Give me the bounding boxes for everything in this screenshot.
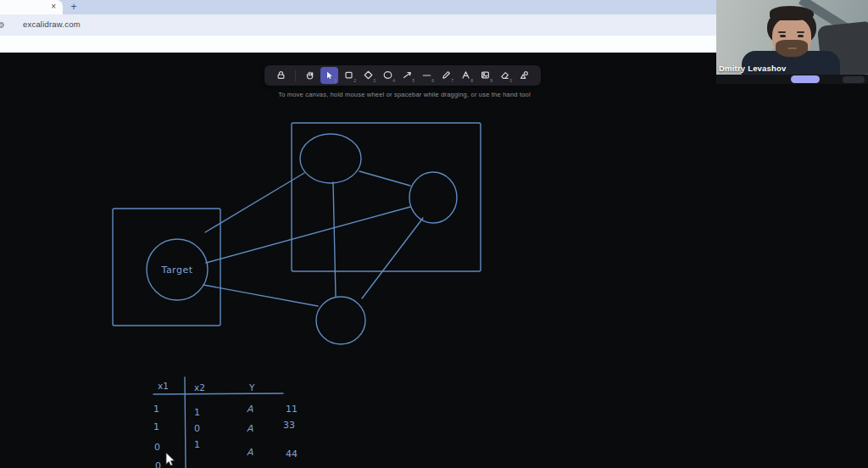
lock-tool-button[interactable] xyxy=(272,67,290,84)
person-eyebrow-left xyxy=(778,31,786,33)
draw-tool-button[interactable]: 7 xyxy=(437,67,455,84)
more-tools-button[interactable] xyxy=(515,67,533,84)
shortcut-label: 8 xyxy=(470,78,473,83)
lock-icon xyxy=(276,68,286,83)
shortcut-label: 0 xyxy=(509,78,512,83)
webcam-overlay: Dmitry Levashov xyxy=(716,0,868,75)
meeting-secondary-button[interactable] xyxy=(843,76,865,83)
eraser-icon xyxy=(500,68,509,83)
site-settings-icon[interactable]: ⚙ xyxy=(0,20,5,30)
tab-close-icon[interactable]: × xyxy=(51,2,56,12)
arrow-tool-button[interactable]: 5 xyxy=(398,67,416,84)
table-cell[interactable]: 1 xyxy=(194,439,200,450)
ellipse-icon xyxy=(383,68,392,83)
person-eye-left xyxy=(780,35,786,37)
table-cell[interactable]: 1 xyxy=(153,421,159,432)
table-cell[interactable]: A xyxy=(247,423,253,434)
text-tool-button[interactable]: 8 xyxy=(457,67,475,84)
shortcut-label: 1 xyxy=(334,78,337,83)
hand-tool-button[interactable] xyxy=(301,67,319,84)
toolbar-divider xyxy=(295,70,296,81)
shortcut-label: 5 xyxy=(412,78,415,83)
table-cell[interactable]: 0 xyxy=(194,423,200,434)
diamond-tool-button[interactable]: 3 xyxy=(359,67,377,84)
table-cell[interactable]: 44 xyxy=(286,448,298,460)
line-icon xyxy=(422,68,431,83)
table-cell[interactable]: A xyxy=(247,404,253,415)
new-tab-button[interactable]: + xyxy=(67,1,81,14)
excalidraw-canvas[interactable] xyxy=(0,53,868,468)
image-tool-button[interactable]: 9 xyxy=(476,67,494,84)
arrow-icon xyxy=(403,68,412,83)
eraser-tool-button[interactable]: 0 xyxy=(496,67,514,84)
table-cell[interactable]: A xyxy=(247,447,253,458)
table-cell[interactable]: 0 xyxy=(154,442,160,453)
person-mouth xyxy=(787,47,797,49)
table-header-x2[interactable]: x2 xyxy=(194,382,205,393)
person-eyebrow-right xyxy=(797,31,804,33)
shortcut-label: 6 xyxy=(431,78,434,83)
text-icon xyxy=(461,68,470,83)
table-cell[interactable]: 1 xyxy=(194,407,200,418)
meeting-accent-button[interactable] xyxy=(791,75,820,83)
diamond-icon xyxy=(364,68,373,83)
hand-icon xyxy=(305,68,314,83)
address-bar-url[interactable]: excalidraw.com xyxy=(23,20,81,29)
table-cell[interactable]: 11 xyxy=(286,404,298,415)
pencil-icon xyxy=(442,68,451,83)
target-node-label[interactable]: Target xyxy=(156,265,198,276)
rectangle-tool-button[interactable]: 2 xyxy=(340,67,358,84)
browser-tab[interactable]: × xyxy=(0,0,63,14)
selection-tool-button[interactable]: 1 xyxy=(320,67,338,84)
ellipse-tool-button[interactable]: 4 xyxy=(379,67,397,84)
table-cell[interactable]: 33 xyxy=(283,420,295,431)
shortcut-label: 4 xyxy=(392,78,395,83)
person-eye-right xyxy=(798,35,804,37)
cursor-icon xyxy=(325,68,334,83)
line-tool-button[interactable]: 6 xyxy=(418,67,436,84)
person-fringe xyxy=(770,6,814,20)
webcam-name-label: Dmitry Levashov xyxy=(719,64,787,73)
canvas-hint-text: To move canvas, hold mouse wheel or spac… xyxy=(264,91,544,98)
meeting-control-bar xyxy=(716,75,868,84)
shortcut-label: 3 xyxy=(373,78,376,83)
shortcut-label: 7 xyxy=(451,78,453,83)
mouse-cursor xyxy=(165,452,177,468)
shortcut-label: 2 xyxy=(353,78,356,83)
shortcut-label: 9 xyxy=(490,78,492,83)
image-icon xyxy=(481,68,490,83)
shapes-icon xyxy=(520,68,529,83)
table-cell[interactable]: 1 xyxy=(153,404,159,415)
table-header-y[interactable]: Y xyxy=(249,382,254,393)
rectangle-icon xyxy=(344,68,353,83)
excalidraw-toolbar: 1 2 3 4 5 6 7 8 9 xyxy=(264,65,541,86)
table-header-x1[interactable]: x1 xyxy=(158,381,169,391)
table-cell[interactable]: 0 xyxy=(155,460,161,468)
